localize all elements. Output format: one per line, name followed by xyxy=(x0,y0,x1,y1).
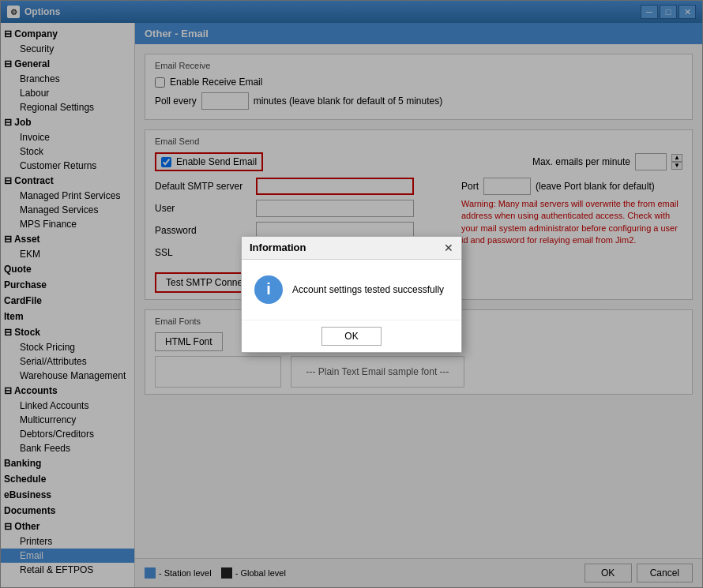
dialog-close-button[interactable]: ✕ xyxy=(444,242,453,254)
dialog-overlay: Information ✕ i Account settings tested … xyxy=(0,0,703,588)
dialog-header: Information ✕ xyxy=(242,237,461,260)
dialog-message: Account settings tested successfully xyxy=(292,284,444,295)
dialog-body: i Account settings tested successfully xyxy=(242,260,461,320)
dialog-ok-button[interactable]: OK xyxy=(321,327,381,346)
dialog-info-icon: i xyxy=(254,275,283,304)
information-dialog: Information ✕ i Account settings tested … xyxy=(241,236,462,353)
dialog-title: Information xyxy=(250,242,306,253)
dialog-footer: OK xyxy=(242,320,461,352)
